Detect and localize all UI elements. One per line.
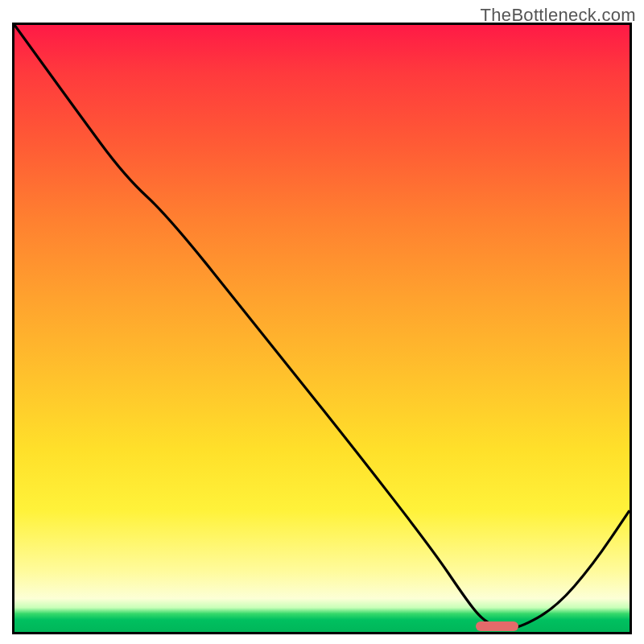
plot-area: [12, 23, 632, 634]
optimal-marker: [476, 621, 518, 631]
watermark-text: TheBottleneck.com: [481, 5, 636, 26]
chart-container: TheBottleneck.com: [0, 0, 644, 644]
bottleneck-curve: [14, 25, 630, 632]
